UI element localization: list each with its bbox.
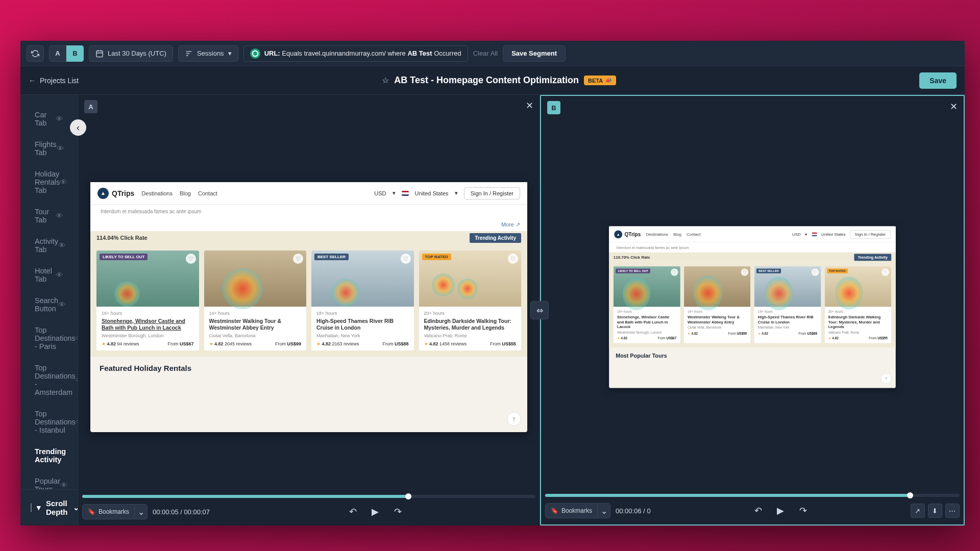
controls-b: 🔖Bookmarks ⌄ 00:00:06 / 0 ↶ ▶ ↷ ↗ ⬇ ⋯ xyxy=(541,497,964,524)
ab-toggle[interactable]: A B xyxy=(49,45,84,62)
page-title: AB Test - Homepage Content Optimization xyxy=(394,75,579,86)
compare-container: ‹ A ✕ ⇔ ▲QTrips DestinationsBlogContact xyxy=(78,95,965,525)
daterange-picker[interactable]: Last 30 Days (UTC) xyxy=(89,45,173,62)
lorem-line: Interdum et malesuada fames ac ante ipsu… xyxy=(90,205,527,218)
variant-b-button[interactable]: B xyxy=(66,45,84,62)
sidebar-item-holiday-rentals-tab[interactable]: Holiday Rentals Tab👁 xyxy=(20,163,78,201)
pane-b-header: B xyxy=(547,101,560,114)
eye-off-icon[interactable]: 👁 xyxy=(60,481,68,489)
eye-off-icon[interactable]: 👁 xyxy=(56,115,63,123)
scroll-depth-section[interactable]: ▾ Scroll Depth ⌄ xyxy=(20,489,78,525)
chevron-down-icon: ▾ xyxy=(37,503,41,512)
share-button[interactable]: ↗ xyxy=(911,504,925,518)
sidebar-list[interactable]: Car Tab👁 Flights Tab👁 Holiday Rentals Ta… xyxy=(20,95,78,489)
controls-a: 🔖Bookmarks ⌄ 00:00:05 / 00:00:07 ↶ ▶ ↷ xyxy=(78,498,540,525)
main-area: Car Tab👁 Flights Tab👁 Holiday Rentals Ta… xyxy=(20,95,965,525)
variant-a-chip: A xyxy=(84,100,97,113)
rewind-button[interactable]: ↶ xyxy=(345,504,360,519)
brand-logo: ▲QTrips xyxy=(97,188,134,199)
eye-off-icon[interactable]: 👁 xyxy=(76,376,78,384)
sidebar-item-tour-tab[interactable]: Tour Tab👁 xyxy=(20,201,78,231)
close-pane-a[interactable]: ✕ xyxy=(526,100,533,111)
pane-a-header: A xyxy=(84,100,97,113)
click-rate-bar: 114.04% Click Rate Trending Activity xyxy=(90,231,527,244)
pane-variant-b: B ✕ ▲QTrips DestinationsBlogContact USD▾… xyxy=(540,95,965,525)
sidebar-item-top-amsterdam[interactable]: Top Destinations - Amsterdam👁 xyxy=(20,357,78,403)
url-match-icon xyxy=(250,48,260,59)
megaphone-icon: 📣 xyxy=(605,77,612,84)
eye-off-icon[interactable]: 👁 xyxy=(76,418,78,426)
url-filter-pill[interactable]: URL: Equals travel.quinnandmurray.com/ w… xyxy=(243,45,468,62)
title-center: ☆ AB Test - Homepage Content Optimizatio… xyxy=(79,75,919,86)
split-drag-handle[interactable]: ⇔ xyxy=(530,301,549,319)
eye-off-icon[interactable]: 👁 xyxy=(58,241,66,249)
mock-nav: DestinationsBlogContact xyxy=(141,190,217,196)
mock-page-b: ▲QTrips DestinationsBlogContact USD▾Unit… xyxy=(609,227,896,388)
viewport-a[interactable]: ▲QTrips DestinationsBlogContact USD▾ Uni… xyxy=(78,95,540,495)
eye-off-icon[interactable]: 👁 xyxy=(76,334,78,342)
svg-point-7 xyxy=(252,51,258,56)
sidebar-item-flights-tab[interactable]: Flights Tab👁 xyxy=(20,134,78,163)
bookmark-icon: 🔖 xyxy=(551,507,558,514)
star-icon[interactable]: ☆ xyxy=(382,76,389,85)
sidebar-item-search-button[interactable]: Search Button👁 xyxy=(20,290,78,319)
play-button[interactable]: ▶ xyxy=(773,503,788,518)
scroll-top-icon: ↑ xyxy=(507,412,521,426)
timeline-scrubber-b[interactable] xyxy=(545,494,960,497)
chevron-down-icon[interactable]: ⌄ xyxy=(135,505,147,519)
sessions-label: Sessions xyxy=(197,49,224,57)
timeline-scrubber-a[interactable] xyxy=(82,495,535,498)
sidebar-item-hotel-tab[interactable]: Hotel Tab👁 xyxy=(20,260,78,290)
eye-off-icon[interactable]: 👁 xyxy=(56,271,63,279)
eye-off-icon[interactable]: 👁 xyxy=(60,178,67,186)
forward-button[interactable]: ↷ xyxy=(795,503,811,518)
sidebar-item-activity-tab[interactable]: Activity Tab👁 xyxy=(20,231,78,260)
save-button[interactable]: Save xyxy=(919,72,957,89)
beta-badge: BETA 📣 xyxy=(584,76,616,85)
sessions-filter[interactable]: Sessions ▾ xyxy=(178,45,238,62)
variant-b-chip: B xyxy=(547,101,560,114)
card-3: BEST SELLER♡ 18+ hoursHigh-Speed Thames … xyxy=(311,251,414,350)
card-2: ♡ 14+ hoursWestminster Walking Tour & We… xyxy=(204,251,307,350)
top-toolbar: A B Last 30 Days (UTC) Sessions ▾ URL: E… xyxy=(20,41,965,66)
sidebar-item-top-istanbul[interactable]: Top Destinations - Istanbul👁 xyxy=(20,403,78,441)
clear-all-button[interactable]: Clear All xyxy=(473,49,498,57)
download-button[interactable]: ⬇ xyxy=(928,504,942,518)
scroll-depth-checkbox[interactable] xyxy=(31,503,32,512)
bookmarks-button-a[interactable]: 🔖Bookmarks ⌄ xyxy=(82,504,148,519)
heart-icon: ♡ xyxy=(508,254,518,264)
more-link: More ↗ xyxy=(90,218,527,231)
variant-a-button[interactable]: A xyxy=(49,45,66,62)
play-button[interactable]: ▶ xyxy=(368,504,383,519)
more-options-button[interactable]: ⋯ xyxy=(945,504,960,518)
time-display-a: 00:00:05 / 00:00:07 xyxy=(153,508,210,516)
sidebar: Car Tab👁 Flights Tab👁 Holiday Rentals Ta… xyxy=(20,95,78,525)
card-1: LIKELY TO SELL OUT♡ 16+ hoursStonehenge,… xyxy=(96,251,199,350)
scroll-top-icon: ↑ xyxy=(881,373,891,384)
collapse-sidebar-handle[interactable]: ‹ xyxy=(70,119,86,136)
titlebar: ← Projects List ☆ AB Test - Homepage Con… xyxy=(20,66,965,95)
sidebar-item-trending-activity[interactable]: Trending Activity xyxy=(20,441,78,470)
url-filter-text: URL: Equals travel.quinnandmurray.com/ w… xyxy=(264,49,461,57)
chevron-down-icon[interactable]: ⌄ xyxy=(73,503,79,512)
chevron-down-icon[interactable]: ⌄ xyxy=(598,504,610,518)
sidebar-item-popular-tours[interactable]: Popular Tours👁 xyxy=(20,470,78,489)
daterange-label: Last 30 Days (UTC) xyxy=(108,49,166,57)
mock-page-a: ▲QTrips DestinationsBlogContact USD▾ Uni… xyxy=(90,182,527,432)
flag-icon xyxy=(402,191,409,196)
bookmarks-button-b[interactable]: 🔖Bookmarks ⌄ xyxy=(545,503,610,518)
forward-button[interactable]: ↷ xyxy=(390,504,405,519)
time-display-b: 00:00:06 / 0 xyxy=(616,507,651,515)
back-to-projects[interactable]: ← Projects List xyxy=(29,77,79,85)
rewind-button[interactable]: ↶ xyxy=(750,503,766,518)
eye-off-icon[interactable]: 👁 xyxy=(57,144,64,153)
refresh-button[interactable] xyxy=(27,45,44,62)
save-segment-button[interactable]: Save Segment xyxy=(503,45,566,62)
sidebar-item-top-paris[interactable]: Top Destinations - Paris👁 xyxy=(20,319,78,357)
eye-off-icon[interactable]: 👁 xyxy=(56,212,63,220)
featured-heading: Featured Holiday Rentals xyxy=(90,357,527,375)
viewport-b[interactable]: ▲QTrips DestinationsBlogContact USD▾Unit… xyxy=(541,96,964,494)
sidebar-item-car-tab[interactable]: Car Tab👁 xyxy=(20,104,78,134)
eye-off-icon[interactable]: 👁 xyxy=(58,300,66,309)
close-pane-b[interactable]: ✕ xyxy=(950,101,958,112)
